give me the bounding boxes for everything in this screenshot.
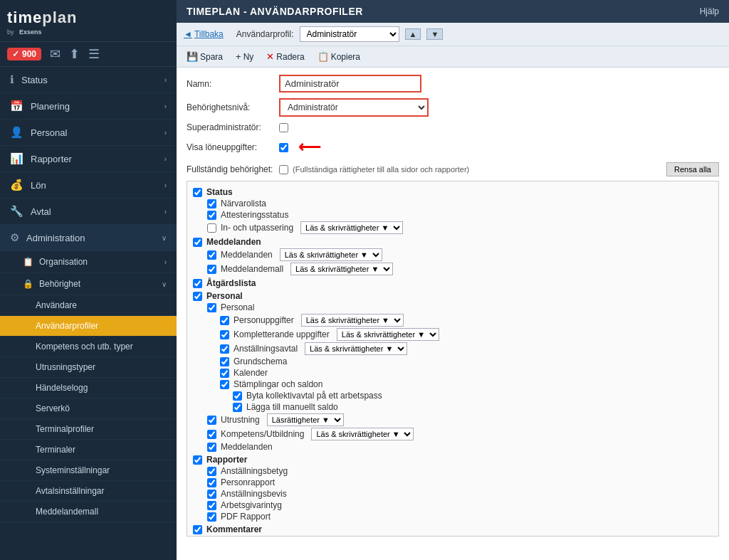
sidebar-header: timeplan by Exsens <box>0 0 177 42</box>
sidebar-item-meddelandemall[interactable]: Meddelandemall <box>0 502 177 522</box>
copy-button[interactable]: 📋 Kopiera <box>315 50 363 63</box>
sidebar-item-anvandarprofiler[interactable]: Användarprofiler <box>0 316 177 337</box>
sidebar-item-anvandare[interactable]: Användare <box>0 295 177 316</box>
access-label: Behörighetsnivå: <box>187 102 279 112</box>
chart-icon: 📊 <box>10 152 23 165</box>
perm-kommentarer-checkbox[interactable] <box>193 525 202 534</box>
perm-meddelandemall-checkbox[interactable] <box>207 265 216 274</box>
sidebar-item-terminaler[interactable]: Terminaler <box>0 440 177 460</box>
perm-narvarolista-checkbox[interactable] <box>207 199 216 208</box>
perm-meddelanden-checkbox[interactable] <box>193 238 202 247</box>
perm-meddelanden2-rights[interactable]: Läs & skrivrättigheter ▼ <box>280 248 382 261</box>
name-input[interactable] <box>279 75 421 93</box>
salary-label: Visa löneuppgifter: <box>187 142 279 152</box>
perm-kompletterande-rights[interactable]: Läs & skrivrättigheter ▼ <box>337 328 439 341</box>
perm-utrustning-checkbox[interactable] <box>207 416 216 425</box>
perm-anstallningsbevis-checkbox[interactable] <box>207 490 216 499</box>
perm-personuppgifter-rights[interactable]: Läs & skrivrättigheter ▼ <box>301 314 404 327</box>
wrench-icon: 🔧 <box>10 205 23 218</box>
save-icon: 💾 <box>187 51 198 62</box>
perm-rapporter-checkbox[interactable] <box>193 455 202 465</box>
permission-tree[interactable]: Status Närvarolista Attesteringsstatus I… <box>187 181 719 537</box>
perm-status: Status Närvarolista Attesteringsstatus I… <box>193 187 713 234</box>
clear-all-button[interactable]: Rensa alla <box>666 162 719 176</box>
sidebar-item-avtal[interactable]: 🔧 Avtal › <box>0 199 177 225</box>
superadmin-checkbox[interactable] <box>279 123 288 132</box>
mail-icon[interactable]: ✉ <box>50 46 61 62</box>
move-down-button[interactable]: ▼ <box>426 28 443 40</box>
notification-badge[interactable]: ✓ 900 <box>7 48 41 60</box>
sidebar-item-behorighet[interactable]: 🔒 Behörighet ∨ <box>0 273 177 295</box>
sidebar-item-handelselogg[interactable]: Händelselogg <box>0 378 177 398</box>
fullaccess-desc: (Fullständiga rättigheter till alla sido… <box>293 165 469 174</box>
perm-atgardslista-checkbox[interactable] <box>193 279 202 288</box>
perm-meddelandemall-rights[interactable]: Läs & skrivrättigheter ▼ <box>290 263 393 275</box>
sidebar-item-kompetens[interactable]: Kompetens och utb. typer <box>0 337 177 357</box>
sidebar-item-organisation[interactable]: 📋 Organisation › <box>0 251 177 273</box>
perm-kommentarer: Kommentarer <box>193 524 713 534</box>
upload-icon[interactable]: ⬆ <box>69 46 80 62</box>
perm-kompetens-rights[interactable]: Läs & skrivrättigheter ▼ <box>311 428 414 440</box>
perm-kompletterande-checkbox[interactable] <box>220 330 229 339</box>
sidebar-item-personal[interactable]: 👤 Personal › <box>0 120 177 146</box>
sidebar-item-avtalsinstal[interactable]: Avtalsinställningar <box>0 481 177 502</box>
perm-personal2-checkbox[interactable] <box>207 303 216 312</box>
perm-laggatill-checkbox[interactable] <box>233 403 242 412</box>
sidebar-item-systeminst[interactable]: Systeminställningar <box>0 460 177 481</box>
profile-select[interactable]: Administratör <box>300 26 399 42</box>
person-icon: 👤 <box>10 126 23 139</box>
chevron-down-icon: ∨ <box>162 234 167 242</box>
help-button[interactable]: Hjälp <box>700 6 719 16</box>
name-label: Namn: <box>187 79 279 89</box>
salary-checkbox[interactable] <box>279 143 288 152</box>
fullaccess-label: Fullständig behörighet: <box>187 164 279 174</box>
sidebar-item-serverko[interactable]: Serverkö <box>0 398 177 419</box>
delete-icon: ✕ <box>266 51 274 62</box>
perm-inout-rights[interactable]: Läs & skrivrättigheter ▼ <box>300 221 403 234</box>
sidebar-item-terminalprofiler[interactable]: Terminalprofiler <box>0 419 177 440</box>
perm-kalender-checkbox[interactable] <box>220 369 229 378</box>
back-button[interactable]: ◄ Tillbaka <box>184 29 224 39</box>
perm-arbetsgivarintyg-checkbox[interactable] <box>207 501 216 510</box>
info-icon: ℹ <box>10 73 14 86</box>
logo-by: by Exsens <box>7 28 77 36</box>
perm-utrustning-rights[interactable]: Läsrättigheter ▼ <box>267 413 344 426</box>
main-content: TIMEPLAN - ANVÄNDARPROFILER Hjälp ◄ Till… <box>177 0 729 560</box>
perm-anstallningsbetyg-checkbox[interactable] <box>207 467 216 476</box>
sidebar-item-status[interactable]: ℹ Status › <box>0 67 177 93</box>
org-icon: 📋 <box>23 257 33 267</box>
salary-row: Visa löneuppgifter: ⟵ <box>187 138 719 157</box>
sidebar-item-utrusningstyper[interactable]: Utrusningstyper <box>0 357 177 378</box>
superadmin-row: Superadministratör: <box>187 122 719 132</box>
perm-anstallningsavtal-rights[interactable]: Läs & skrivrättigheter ▼ <box>305 342 407 355</box>
delete-button[interactable]: ✕ Radera <box>263 50 307 63</box>
new-button[interactable]: + Ny <box>233 50 256 63</box>
perm-meddelanden2-checkbox[interactable] <box>207 250 216 260</box>
perm-attesteringsstatus-checkbox[interactable] <box>207 211 216 220</box>
sidebar-item-administration[interactable]: ⚙ Administration ∨ <box>0 225 177 251</box>
perm-inout-checkbox[interactable] <box>207 223 216 233</box>
perm-stamplingar-checkbox[interactable] <box>220 380 229 389</box>
sidebar-item-lon[interactable]: 💰 Lön › <box>0 172 177 199</box>
logo-text: timeplan <box>7 9 77 27</box>
perm-bytakollektiv-checkbox[interactable] <box>233 391 242 401</box>
save-button[interactable]: 💾 Spara <box>184 50 226 63</box>
perm-personuppgifter-checkbox[interactable] <box>220 316 229 325</box>
perm-grundschema-checkbox[interactable] <box>220 357 229 366</box>
chevron-right-icon: › <box>164 181 167 189</box>
sidebar-item-rapporter[interactable]: 📊 Rapporter › <box>0 146 177 172</box>
perm-personal-checkbox[interactable] <box>193 292 202 301</box>
arrow-left-icon: ◄ <box>184 29 192 39</box>
perm-pdfrapport-checkbox[interactable] <box>207 512 216 522</box>
perm-anstallningsavtal-checkbox[interactable] <box>220 344 229 354</box>
perm-status-checkbox[interactable] <box>193 188 202 197</box>
list-icon[interactable]: ☰ <box>88 46 100 62</box>
fullaccess-checkbox[interactable] <box>279 165 288 174</box>
perm-meddelanden3-checkbox[interactable] <box>207 443 216 452</box>
perm-kompetens-checkbox[interactable] <box>207 430 216 439</box>
perm-personrapport-checkbox[interactable] <box>207 478 216 487</box>
move-up-button[interactable]: ▲ <box>405 28 421 40</box>
access-row: Behörighetsnivå: Administratör <box>187 98 719 117</box>
access-select[interactable]: Administratör <box>279 98 429 117</box>
sidebar-item-planering[interactable]: 📅 Planering › <box>0 93 177 120</box>
